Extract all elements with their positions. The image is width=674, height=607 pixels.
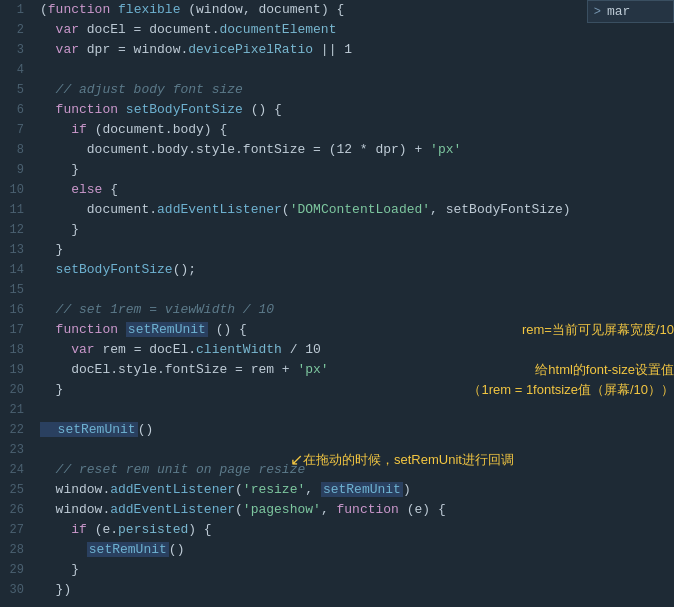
token xyxy=(40,122,71,137)
token: var xyxy=(56,42,79,57)
line-number: 24 xyxy=(0,460,36,480)
line-number: 18 xyxy=(0,340,36,360)
token: addEventListener xyxy=(110,502,235,517)
line-number: 10 xyxy=(0,180,36,200)
code-line: 18 var rem = docEl.clientWidth / 10 xyxy=(0,340,674,360)
line-content: (function flexible (window, document) { xyxy=(36,0,674,20)
code-line: 15 xyxy=(0,280,674,300)
token: || 1 xyxy=(313,42,352,57)
token: rem = docEl. xyxy=(95,342,196,357)
token: } xyxy=(40,562,79,577)
annotation-line17: rem=当前可见屏幕宽度/10 xyxy=(522,320,674,340)
token: function xyxy=(56,102,118,117)
token xyxy=(110,2,118,17)
token: else xyxy=(71,182,102,197)
token: setBodyFontSize xyxy=(126,102,243,117)
line-number: 7 xyxy=(0,120,36,140)
line-number: 22 xyxy=(0,420,36,440)
line-number: 9 xyxy=(0,160,36,180)
code-line: 12 } xyxy=(0,220,674,240)
token: if xyxy=(71,122,87,137)
token: function xyxy=(336,502,398,517)
token: window. xyxy=(40,502,110,517)
code-line: 7 if (document.body) { xyxy=(0,120,674,140)
line-content: window.addEventListener('pageshow', func… xyxy=(36,500,674,520)
token: () { xyxy=(208,322,247,337)
token: () xyxy=(138,422,154,437)
token: }) xyxy=(40,582,71,597)
token xyxy=(40,462,56,477)
line-content: setBodyFontSize(); xyxy=(36,260,674,280)
code-line: 9 } xyxy=(0,160,674,180)
token xyxy=(40,182,71,197)
token: { xyxy=(102,182,118,197)
token: , xyxy=(321,502,337,517)
line-content: }) xyxy=(36,580,674,600)
token: var xyxy=(56,22,79,37)
token: / 10 xyxy=(282,342,321,357)
code-line: 25 window.addEventListener('resize', set… xyxy=(0,480,674,500)
line-number: 23 xyxy=(0,440,36,460)
token: 'px' xyxy=(430,142,461,157)
token: ) xyxy=(403,482,411,497)
line-content: if (e.persisted) { xyxy=(36,520,674,540)
line-number: 11 xyxy=(0,200,36,220)
token: setRemUnit xyxy=(87,542,169,557)
token xyxy=(40,542,87,557)
search-bar[interactable]: > xyxy=(587,0,674,23)
line-number: 8 xyxy=(0,140,36,160)
token: document.body.style.fontSize = (12 * dpr… xyxy=(40,142,430,157)
token: flexible xyxy=(118,2,180,17)
line-number: 21 xyxy=(0,400,36,420)
token: () xyxy=(169,542,185,557)
token: (window, document) { xyxy=(180,2,344,17)
search-arrow-icon: > xyxy=(594,5,601,19)
line-content: } xyxy=(36,160,674,180)
code-line: 28 setRemUnit() xyxy=(0,540,674,560)
line-number: 16 xyxy=(0,300,36,320)
token: (document.body) { xyxy=(87,122,227,137)
line-number: 12 xyxy=(0,220,36,240)
token: } xyxy=(40,162,79,177)
token xyxy=(40,22,56,37)
annotation-line19: 给html的font-size设置值 xyxy=(535,360,674,380)
token: function xyxy=(48,2,110,17)
token: setBodyFontSize xyxy=(56,262,173,277)
line-content: docEl.style.fontSize = rem + 'px' xyxy=(36,360,523,380)
code-line: 17 function setRemUnit () {rem=当前可见屏幕宽度/… xyxy=(0,320,674,340)
line-content: } xyxy=(36,240,674,260)
code-line: 1(function flexible (window, document) { xyxy=(0,0,674,20)
code-line: 29 } xyxy=(0,560,674,580)
token: ( xyxy=(40,2,48,17)
line-number: 20 xyxy=(0,380,36,400)
code-line: 21 xyxy=(0,400,674,420)
token xyxy=(40,102,56,117)
code-line: 11 document.addEventListener('DOMContent… xyxy=(0,200,674,220)
line-number: 14 xyxy=(0,260,36,280)
line-content: var dpr = window.devicePixelRatio || 1 xyxy=(36,40,674,60)
token: , xyxy=(305,482,321,497)
token: addEventListener xyxy=(110,482,235,497)
token: ) { xyxy=(188,522,211,537)
line-content: setRemUnit() xyxy=(36,540,674,560)
token: var xyxy=(71,342,94,357)
line-content: } xyxy=(36,380,456,400)
line-content: if (document.body) { xyxy=(36,120,674,140)
token xyxy=(40,302,56,317)
token: document. xyxy=(40,202,157,217)
token: } xyxy=(40,242,63,257)
code-line: 20 }（1rem = 1fontsize值（屏幕/10）） xyxy=(0,380,674,400)
token: // set 1rem = viewWidth / 10 xyxy=(56,302,274,317)
token: 'DOMContentLoaded' xyxy=(290,202,430,217)
code-line: 22 setRemUnit() xyxy=(0,420,674,440)
token: // reset rem unit on page resize xyxy=(56,462,306,477)
line-content: setRemUnit() xyxy=(36,420,674,440)
code-line: 6 function setBodyFontSize () { xyxy=(0,100,674,120)
token: // adjust body font size xyxy=(56,82,243,97)
line-number: 26 xyxy=(0,500,36,520)
token: ( xyxy=(235,482,243,497)
line-number: 4 xyxy=(0,60,36,80)
token: setRemUnit xyxy=(321,482,403,497)
search-input[interactable] xyxy=(607,4,667,19)
code-line: 8 document.body.style.fontSize = (12 * d… xyxy=(0,140,674,160)
